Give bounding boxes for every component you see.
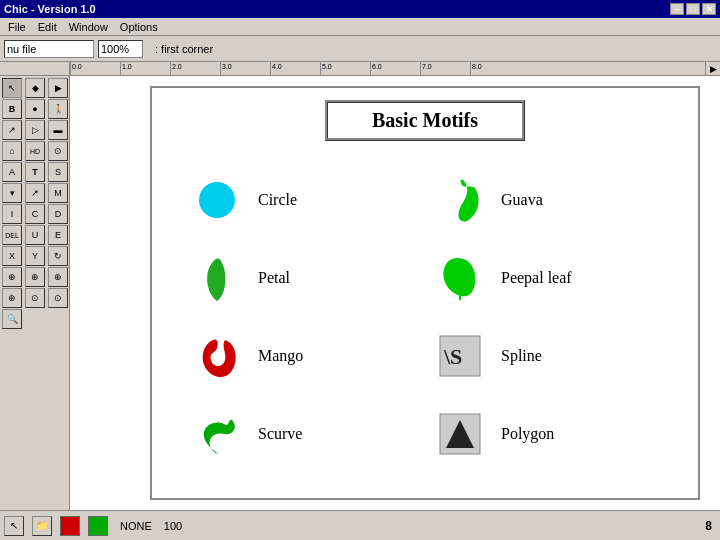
peepal-icon (435, 253, 485, 303)
title-bar: Chic - Version 1.0 ─ □ ✕ (0, 0, 720, 18)
tool-eye1[interactable]: ⊙ (25, 288, 45, 308)
motif-mango-item[interactable]: Mango (182, 317, 425, 395)
tool-eye2[interactable]: ⊙ (48, 288, 68, 308)
tool-text[interactable]: T (25, 162, 45, 182)
tool-figure[interactable]: 🚶 (48, 99, 68, 119)
main-area: ↖ ◆ ▶ B ● 🚶 ↗ ▷ ▬ ⌂ HD ⊙ A T S ▾ ↗ M I C… (0, 76, 720, 510)
ruler-mark: 4.0 (270, 62, 320, 75)
tool-u[interactable]: U (25, 225, 45, 245)
ruler: 0.0 1.0 2.0 3.0 4.0 5.0 6.0 7.0 8.0 ▶ (70, 62, 720, 76)
motif-circle-item[interactable]: Circle (182, 161, 425, 239)
tool-d[interactable]: D (48, 204, 68, 224)
tool-circle[interactable]: ● (25, 99, 45, 119)
menu-options[interactable]: Options (114, 21, 164, 33)
motif-guava-item[interactable]: Guava (425, 161, 668, 239)
petal-label: Petal (258, 269, 290, 287)
toolbar: : first corner (0, 36, 720, 62)
canvas-area[interactable]: Basic Motifs Circle (70, 76, 720, 510)
toolbar-status: : first corner (155, 43, 213, 55)
motif-spline-item[interactable]: \S Spline (425, 317, 668, 395)
petal-icon (192, 253, 242, 303)
tool-b[interactable]: B (2, 99, 22, 119)
maximize-button[interactable]: □ (686, 3, 700, 15)
polygon-icon (435, 409, 485, 459)
menu-window[interactable]: Window (63, 21, 114, 33)
ruler-mark: 3.0 (220, 62, 270, 75)
menu-bar: File Edit Window Options (0, 18, 720, 36)
tool-e[interactable]: E (48, 225, 68, 245)
scurve-icon (192, 409, 242, 459)
circle-label: Circle (258, 191, 297, 209)
status-number: 100 (164, 520, 182, 532)
circle-icon (192, 175, 242, 225)
status-green-swatch[interactable] (88, 516, 108, 536)
svg-point-0 (199, 182, 235, 218)
close-button[interactable]: ✕ (702, 3, 716, 15)
tool-select[interactable]: ↖ (2, 78, 22, 98)
svg-text:\S: \S (443, 344, 462, 369)
tool-tri[interactable]: ▷ (25, 120, 45, 140)
status-bar: ↖ 📁 NONE 100 8 (0, 510, 720, 540)
mango-label: Mango (258, 347, 303, 365)
scurve-label: Scurve (258, 425, 302, 443)
tool-rotate[interactable]: ↻ (48, 246, 68, 266)
spline-label: Spline (501, 347, 542, 365)
tool-plus1[interactable]: ⊕ (2, 267, 22, 287)
status-arrow-btn[interactable]: ↖ (4, 516, 24, 536)
tool-house[interactable]: ⌂ (2, 141, 22, 161)
ruler-mark: 7.0 (420, 62, 470, 75)
ruler-mark: 8.0 (470, 62, 520, 75)
motifs-title: Basic Motifs (325, 100, 525, 141)
tool-plus3[interactable]: ⊕ (48, 267, 68, 287)
menu-file[interactable]: File (2, 21, 32, 33)
filename-input[interactable] (4, 40, 94, 58)
tool-del[interactable]: DEL (2, 225, 22, 245)
polygon-label: Polygon (501, 425, 554, 443)
mango-icon (192, 331, 242, 381)
tool-fill-down[interactable]: ▾ (2, 183, 22, 203)
tool-gear[interactable]: ⊙ (48, 141, 68, 161)
ruler-mark: 0.0 (70, 62, 120, 75)
tool-y[interactable]: Y (25, 246, 45, 266)
zoom-input[interactable] (98, 40, 143, 58)
tool-plus2[interactable]: ⊕ (25, 267, 45, 287)
status-page: 8 (705, 519, 712, 533)
tool-zoom[interactable]: 🔍 (2, 309, 22, 329)
motif-scurve-item[interactable]: Scurve (182, 395, 425, 473)
tool-x[interactable]: X (2, 246, 22, 266)
menu-edit[interactable]: Edit (32, 21, 63, 33)
minimize-button[interactable]: ─ (670, 3, 684, 15)
tool-rect[interactable]: ▬ (48, 120, 68, 140)
motif-polygon-item[interactable]: Polygon (425, 395, 668, 473)
status-red-swatch[interactable] (60, 516, 80, 536)
motif-peepal-item[interactable]: Peepal leaf (425, 239, 668, 317)
app-title: Chic - Version 1.0 (4, 3, 96, 15)
left-toolbar: ↖ ◆ ▶ B ● 🚶 ↗ ▷ ▬ ⌂ HD ⊙ A T S ▾ ↗ M I C… (0, 76, 70, 510)
status-none-label: NONE (120, 520, 152, 532)
window-controls: ─ □ ✕ (670, 3, 716, 15)
guava-label: Guava (501, 191, 543, 209)
tool-arrow-ne[interactable]: ↗ (2, 120, 22, 140)
ruler-arrow[interactable]: ▶ (705, 62, 720, 75)
tool-diamond[interactable]: ◆ (25, 78, 45, 98)
ruler-mark: 1.0 (120, 62, 170, 75)
tool-play[interactable]: ▶ (48, 78, 68, 98)
spline-icon: \S (435, 331, 485, 381)
tool-arrow-2[interactable]: ↗ (25, 183, 45, 203)
peepal-label: Peepal leaf (501, 269, 572, 287)
status-folder-btn[interactable]: 📁 (32, 516, 52, 536)
ruler-mark: 6.0 (370, 62, 420, 75)
tool-c[interactable]: C (25, 204, 45, 224)
motif-petal-item[interactable]: Petal (182, 239, 425, 317)
guava-icon (435, 175, 485, 225)
motifs-grid: Circle Guava (152, 161, 698, 473)
tool-hd[interactable]: HD (25, 141, 45, 161)
ruler-mark: 2.0 (170, 62, 220, 75)
ruler-mark: 5.0 (320, 62, 370, 75)
tool-a[interactable]: A (2, 162, 22, 182)
tool-i[interactable]: I (2, 204, 22, 224)
tool-plus4[interactable]: ⊕ (2, 288, 22, 308)
tool-s[interactable]: S (48, 162, 68, 182)
tool-m[interactable]: M (48, 183, 68, 203)
motifs-panel: Basic Motifs Circle (150, 86, 700, 500)
